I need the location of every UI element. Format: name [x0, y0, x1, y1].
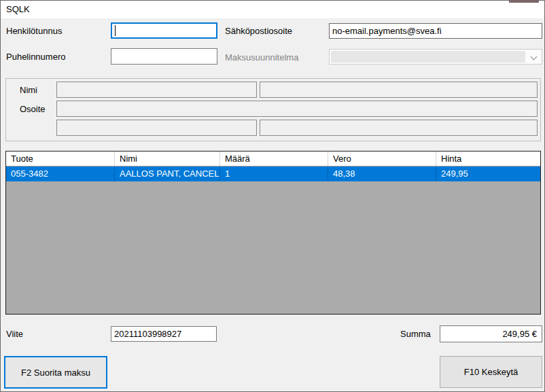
cell-vero: 48,38 — [328, 166, 436, 181]
osoite-label: Osoite — [20, 104, 46, 114]
henkilotunnus-label: Henkilötunnus — [6, 26, 62, 36]
sahkopostiosoite-input[interactable] — [329, 23, 542, 39]
puhelinnumero-label: Puhelinnumero — [6, 52, 65, 62]
payment-dialog-window: SQLK Henkilötunnus Puhelinnumero Sähköpo… — [0, 0, 545, 392]
table-header-row: Tuote Nimi Määrä Vero Hinta — [6, 152, 540, 166]
summa-label: Summa — [400, 329, 431, 339]
cell-hinta: 249,95 — [436, 166, 540, 181]
submit-payment-button-label: F2 Suorita maksu — [21, 368, 90, 378]
puhelinnumero-input[interactable] — [111, 48, 217, 65]
column-header-vero[interactable]: Vero — [328, 152, 436, 166]
window-edge-shadow — [509, 1, 539, 3]
osoite-extra-field-2 — [260, 120, 538, 136]
submit-payment-button[interactable]: F2 Suorita maksu — [4, 356, 107, 389]
cancel-button[interactable]: F10 Keskeytä — [440, 356, 542, 388]
cell-nimi: AALLOS PANT, CANCELL — [115, 166, 220, 181]
column-header-maara[interactable]: Määrä — [220, 152, 328, 166]
maksusuunnitelma-label: Maksusuunnitelma — [225, 52, 298, 63]
product-table: Tuote Nimi Määrä Vero Hinta 055-3482 AAL… — [5, 151, 541, 315]
column-header-nimi[interactable]: Nimi — [115, 152, 220, 166]
window-title: SQLK — [6, 4, 30, 14]
osoite-extra-field-1 — [56, 120, 257, 136]
column-header-tuote[interactable]: Tuote — [6, 152, 115, 166]
text-caret — [115, 25, 116, 36]
cancel-button-label: F10 Keskeytä — [464, 367, 518, 377]
dropdown-value-area — [331, 51, 525, 63]
maksusuunnitelma-dropdown — [329, 49, 542, 65]
viite-label: Viite — [6, 329, 23, 339]
table-row-selected[interactable]: 055-3482 AALLOS PANT, CANCELL 1 48,38 24… — [6, 166, 540, 181]
chevron-down-icon — [529, 53, 538, 65]
nimi-field-1 — [56, 82, 257, 98]
nimi-label: Nimi — [20, 85, 37, 95]
column-header-hinta[interactable]: Hinta — [436, 152, 540, 166]
cell-maara: 1 — [220, 166, 328, 181]
sahkopostiosoite-label: Sähköpostiosoite — [225, 26, 292, 36]
viite-input[interactable] — [111, 326, 217, 342]
summa-field — [440, 325, 542, 342]
henkilotunnus-input[interactable] — [111, 22, 217, 39]
title-bar: SQLK — [1, 1, 544, 18]
cell-tuote: 055-3482 — [6, 166, 115, 181]
osoite-field — [56, 101, 538, 117]
nimi-field-2 — [260, 82, 538, 98]
